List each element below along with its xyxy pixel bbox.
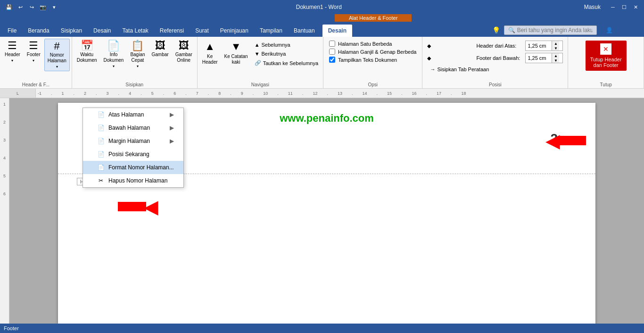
- bawah-halaman-item[interactable]: 📄 Bawah Halaman ▶: [83, 121, 183, 134]
- screenshot-icon[interactable]: 📷: [38, 2, 48, 12]
- ribbon-group-header-footer: ☰ Header ▾ ☰ Footer ▾ # NomorHalaman ▾ H…: [0, 37, 72, 88]
- tabs-row: File Beranda Sisipkan Desain Tata Letak …: [0, 25, 644, 37]
- format-nomor-icon: 📄: [97, 164, 105, 171]
- atas-halaman-icon: 📄: [97, 111, 105, 118]
- gambar-online-label: GambarOnline: [175, 52, 192, 63]
- redo-icon[interactable]: ↪: [26, 2, 37, 12]
- header-atas-label: Header dari Atas:: [476, 43, 523, 49]
- footer-bawah-up[interactable]: ▲: [552, 53, 559, 58]
- restore-button[interactable]: ☐: [619, 2, 629, 12]
- tab-desain-context[interactable]: Desain: [322, 25, 352, 37]
- atas-halaman-item[interactable]: 📄 Atas Halaman ▶: [83, 108, 183, 121]
- hapus-nomor-item[interactable]: ✂ Hapus Nomor Halaman: [83, 174, 183, 187]
- nomor-halaman-button[interactable]: # NomorHalaman ▾: [44, 39, 70, 71]
- hapus-nomor-icon: ✂: [97, 177, 105, 184]
- header-atas-spinner[interactable]: ▲ ▼: [525, 41, 563, 51]
- format-nomor-item[interactable]: 📄 Format Nomor Halaman...: [83, 161, 183, 174]
- nomor-halaman-label: NomorHalaman: [48, 52, 66, 64]
- save-icon[interactable]: 💾: [4, 2, 14, 12]
- minimize-button[interactable]: ─: [608, 2, 618, 12]
- header-atas-value[interactable]: [526, 42, 552, 49]
- halaman-satu-input[interactable]: [329, 41, 335, 47]
- undo-icon[interactable]: ↩: [15, 2, 25, 12]
- waktu-label: WaktuDokumen: [77, 52, 97, 63]
- tab-peninjauan[interactable]: Peninjauan: [215, 25, 254, 37]
- ribbon-group-sisipkan-label: Sisipkan: [74, 80, 195, 87]
- gambar-button[interactable]: 🖼 Gambar: [149, 39, 172, 59]
- ribbon-group-posisi-label: Posisi: [424, 80, 566, 87]
- ribbon-group-navigasi: ▲ KeHeader ▼ Ke Catatankaki ▲ Sebelumnya…: [198, 37, 323, 88]
- tutup-header-label: Tutup Headerdan Footer: [590, 57, 622, 68]
- sebelumnya-label: Sebelumnya: [262, 42, 290, 48]
- search-input[interactable]: [517, 27, 593, 33]
- tab-tampilan[interactable]: Tampilan: [254, 25, 288, 37]
- ganjil-genap-checkbox[interactable]: Halaman Ganjil & Genap Berbeda: [329, 49, 416, 55]
- header-icon: ☰: [8, 41, 17, 51]
- tautkan-button[interactable]: 🔗 Tautkan ke Sebelumnya: [252, 58, 321, 67]
- berikutnya-button[interactable]: ▼ Berikutnya: [252, 50, 321, 58]
- footer-button[interactable]: ☰ Footer ▾: [24, 39, 43, 65]
- ruler: L -1.1.2.3.4.5.6.7.8.9.10.11.12.13.14.15…: [0, 89, 644, 98]
- posisi-sekarang-item[interactable]: 📄 Posisi Sekarang: [83, 148, 183, 161]
- halaman-satu-checkbox[interactable]: Halaman Satu Berbeda: [329, 41, 416, 47]
- posisi-sekarang-label: Posisi Sekarang: [108, 151, 149, 158]
- ruler-marks: -1.1.2.3.4.5.6.7.8.9.10.11.12.13.14.15.1…: [36, 89, 644, 98]
- tab-sisipkan[interactable]: Sisipkan: [55, 25, 88, 37]
- search-bar[interactable]: 🔍: [504, 25, 597, 35]
- gambar-icon: 🖼: [155, 41, 165, 51]
- ribbon-group-sisipkan: 📅 WaktuDokumen 📄 InfoDokumen ▾ 📋 BagianC…: [72, 37, 198, 88]
- search-icon: 🔍: [508, 27, 515, 33]
- tab-beranda[interactable]: Beranda: [22, 25, 55, 37]
- document-area: 1 2 3 4 5 6 www.penainfo.com 2 ◀: [0, 98, 644, 324]
- tab-bantuan[interactable]: Bantuan: [288, 25, 321, 37]
- ribbon-group-tutup: ✕ Tutup Headerdan Footer Tutup: [568, 37, 644, 88]
- sisipkan-tab-button[interactable]: → Sisipkan Tab Perataan: [427, 65, 563, 74]
- ke-header-icon: ▲: [205, 41, 215, 53]
- bawah-halaman-arrow: ▶: [170, 125, 174, 131]
- ribbon-group-opsi: Halaman Satu Berbeda Halaman Ganjil & Ge…: [323, 37, 422, 88]
- footer-dropdown-arrow: ▾: [33, 58, 34, 63]
- header-label: Header: [5, 52, 20, 58]
- bagian-cepat-button[interactable]: 📋 BagianCepat ▾: [127, 39, 148, 70]
- ke-header-button[interactable]: ▲ KeHeader: [199, 39, 221, 67]
- sisipkan-tab-label: Sisipkan Tab Perataan: [437, 67, 489, 72]
- ribbon-group-tutup-label: Tutup: [570, 80, 642, 87]
- tab-surat[interactable]: Surat: [190, 25, 215, 37]
- tab-referensi[interactable]: Referensi: [154, 25, 190, 37]
- tampilkan-teks-input[interactable]: [329, 57, 335, 63]
- tutup-header-button[interactable]: ✕ Tutup Headerdan Footer: [586, 41, 627, 71]
- dropdown-arrow: ◀: [118, 197, 158, 216]
- header-atas-up[interactable]: ▲: [552, 41, 559, 46]
- footer-bawah-down[interactable]: ▼: [552, 58, 559, 63]
- halaman-satu-label: Halaman Satu Berbeda: [338, 41, 392, 47]
- tab-tata-letak[interactable]: Tata Letak: [116, 25, 154, 37]
- share-button[interactable]: 👤 Bagikan: [601, 25, 640, 35]
- margin-halaman-item[interactable]: 📄 Margin Halaman ▶: [83, 134, 183, 148]
- ruler-corner: L: [0, 89, 36, 98]
- gambar-online-icon: 🖼: [179, 41, 189, 51]
- tampilkan-teks-checkbox[interactable]: Tampilkan Teks Dokumen: [329, 57, 416, 63]
- waktu-icon: 📅: [81, 41, 93, 51]
- sebelumnya-button[interactable]: ▲ Sebelumnya: [252, 41, 321, 49]
- signin-button[interactable]: Masuk: [578, 1, 606, 13]
- ke-catatan-button[interactable]: ▼ Ke Catatankaki: [222, 39, 251, 67]
- info-dokumen-button[interactable]: 📄 InfoDokumen ▾: [101, 39, 127, 70]
- ribbon-group-posisi: ◆ Header dari Atas: ▲ ▼ ◆ Footer dari Ba…: [422, 37, 568, 88]
- footer-bawah-spinner[interactable]: ▲ ▼: [525, 53, 563, 63]
- tampilkan-teks-label: Tampilkan Teks Dokumen: [338, 57, 397, 63]
- tab-desain[interactable]: Desain: [88, 25, 116, 37]
- context-band-label: Alat Header & Footer: [349, 15, 397, 21]
- ganjil-genap-input[interactable]: [329, 49, 335, 55]
- dropdown-icon[interactable]: ▾: [49, 2, 59, 12]
- close-window-button[interactable]: ✕: [631, 2, 640, 12]
- gambar-online-button[interactable]: 🖼 GambarOnline: [173, 39, 195, 65]
- nav-small-buttons: ▲ Sebelumnya ▼ Berikutnya 🔗 Tautkan ke S…: [252, 39, 321, 67]
- header-atas-icon: ◆: [427, 43, 474, 49]
- waktu-dokumen-button[interactable]: 📅 WaktuDokumen: [74, 39, 100, 65]
- header-button[interactable]: ☰ Header ▾: [2, 39, 23, 65]
- tab-file[interactable]: File: [2, 25, 22, 37]
- footer-bawah-value[interactable]: [526, 55, 552, 61]
- header-atas-down[interactable]: ▼: [552, 46, 559, 50]
- up-arrow-icon: ▲: [255, 42, 260, 48]
- tab-icon: →: [430, 67, 435, 72]
